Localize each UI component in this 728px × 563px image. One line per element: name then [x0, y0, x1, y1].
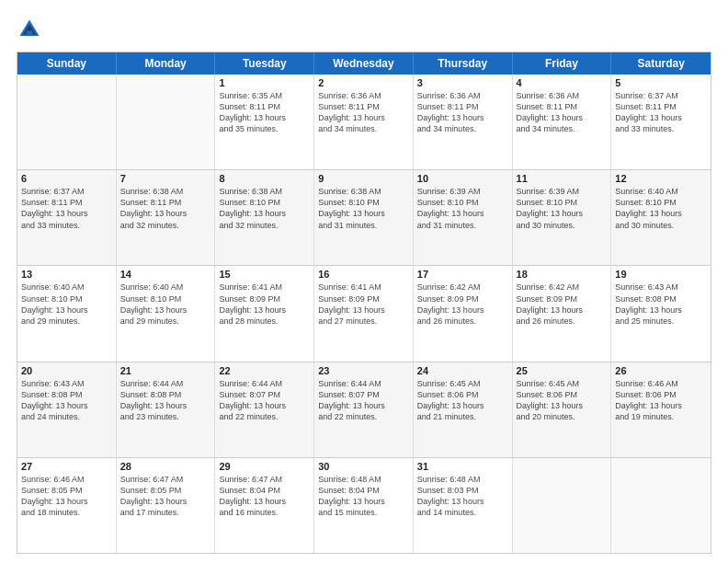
day-info: Sunrise: 6:44 AM Sunset: 8:07 PM Dayligh… [318, 378, 409, 423]
calendar-cell: 10Sunrise: 6:39 AM Sunset: 8:10 PM Dayli… [414, 170, 513, 265]
day-info: Sunrise: 6:46 AM Sunset: 8:06 PM Dayligh… [615, 378, 707, 423]
calendar-cell: 11Sunrise: 6:39 AM Sunset: 8:10 PM Dayli… [513, 170, 612, 265]
calendar-cell: 3Sunrise: 6:36 AM Sunset: 8:11 PM Daylig… [414, 75, 513, 169]
day-info: Sunrise: 6:36 AM Sunset: 8:11 PM Dayligh… [417, 90, 508, 135]
calendar-week: 1Sunrise: 6:35 AM Sunset: 8:11 PM Daylig… [17, 75, 711, 169]
day-info: Sunrise: 6:40 AM Sunset: 8:10 PM Dayligh… [120, 282, 211, 327]
calendar-cell [513, 458, 612, 553]
day-info: Sunrise: 6:46 AM Sunset: 8:05 PM Dayligh… [21, 474, 112, 519]
calendar-week: 6Sunrise: 6:37 AM Sunset: 8:11 PM Daylig… [17, 169, 711, 265]
day-info: Sunrise: 6:36 AM Sunset: 8:11 PM Dayligh… [318, 90, 409, 135]
day-info: Sunrise: 6:42 AM Sunset: 8:09 PM Dayligh… [417, 282, 508, 327]
day-number: 26 [615, 365, 707, 376]
day-info: Sunrise: 6:38 AM Sunset: 8:10 PM Dayligh… [219, 186, 310, 231]
calendar-cell: 28Sunrise: 6:47 AM Sunset: 8:05 PM Dayli… [117, 458, 216, 553]
day-number: 24 [417, 365, 508, 376]
day-number: 10 [417, 173, 508, 184]
day-number: 23 [318, 365, 409, 376]
weekday-header: Friday [513, 52, 612, 75]
calendar-week: 27Sunrise: 6:46 AM Sunset: 8:05 PM Dayli… [17, 457, 711, 553]
calendar-cell [117, 75, 216, 169]
calendar-cell: 24Sunrise: 6:45 AM Sunset: 8:06 PM Dayli… [414, 362, 513, 457]
day-number: 31 [417, 461, 508, 472]
day-number: 30 [318, 461, 409, 472]
weekday-header: Thursday [414, 52, 513, 75]
day-info: Sunrise: 6:43 AM Sunset: 8:08 PM Dayligh… [21, 378, 112, 423]
day-number: 19 [615, 269, 707, 280]
day-info: Sunrise: 6:44 AM Sunset: 8:07 PM Dayligh… [219, 378, 310, 423]
calendar-cell: 2Sunrise: 6:36 AM Sunset: 8:11 PM Daylig… [314, 75, 414, 169]
calendar-cell: 22Sunrise: 6:44 AM Sunset: 8:07 PM Dayli… [215, 362, 314, 457]
calendar-cell [611, 458, 711, 553]
day-info: Sunrise: 6:35 AM Sunset: 8:11 PM Dayligh… [219, 90, 310, 135]
day-number: 8 [219, 173, 310, 184]
day-info: Sunrise: 6:43 AM Sunset: 8:08 PM Dayligh… [615, 282, 707, 327]
calendar-cell: 15Sunrise: 6:41 AM Sunset: 8:09 PM Dayli… [215, 266, 314, 361]
weekday-header: Saturday [611, 52, 711, 75]
calendar-cell: 18Sunrise: 6:42 AM Sunset: 8:09 PM Dayli… [513, 266, 612, 361]
day-number: 27 [21, 461, 112, 472]
day-number: 15 [219, 269, 310, 280]
day-number: 20 [21, 365, 112, 376]
logo-icon [17, 17, 42, 42]
day-number: 11 [517, 173, 608, 184]
calendar-cell: 1Sunrise: 6:35 AM Sunset: 8:11 PM Daylig… [215, 75, 314, 169]
logo [17, 17, 46, 42]
day-number: 12 [615, 173, 707, 184]
day-number: 6 [21, 173, 112, 184]
day-info: Sunrise: 6:40 AM Sunset: 8:10 PM Dayligh… [21, 282, 112, 327]
day-info: Sunrise: 6:37 AM Sunset: 8:11 PM Dayligh… [615, 90, 707, 135]
day-info: Sunrise: 6:48 AM Sunset: 8:04 PM Dayligh… [318, 474, 409, 519]
day-number: 14 [120, 269, 211, 280]
day-info: Sunrise: 6:45 AM Sunset: 8:06 PM Dayligh… [517, 378, 608, 423]
day-number: 5 [615, 77, 707, 88]
calendar: SundayMondayTuesdayWednesdayThursdayFrid… [17, 52, 711, 554]
weekday-header: Sunday [17, 52, 117, 75]
calendar-cell: 5Sunrise: 6:37 AM Sunset: 8:11 PM Daylig… [611, 75, 711, 169]
day-info: Sunrise: 6:40 AM Sunset: 8:10 PM Dayligh… [615, 186, 707, 231]
day-number: 13 [21, 269, 112, 280]
calendar-body: 1Sunrise: 6:35 AM Sunset: 8:11 PM Daylig… [17, 75, 711, 553]
calendar-cell [17, 75, 117, 169]
day-info: Sunrise: 6:39 AM Sunset: 8:10 PM Dayligh… [517, 186, 608, 231]
day-info: Sunrise: 6:39 AM Sunset: 8:10 PM Dayligh… [417, 186, 508, 231]
day-info: Sunrise: 6:47 AM Sunset: 8:05 PM Dayligh… [120, 474, 211, 519]
day-info: Sunrise: 6:41 AM Sunset: 8:09 PM Dayligh… [318, 282, 409, 327]
day-info: Sunrise: 6:38 AM Sunset: 8:10 PM Dayligh… [318, 186, 409, 231]
svg-rect-2 [27, 30, 33, 36]
calendar-cell: 25Sunrise: 6:45 AM Sunset: 8:06 PM Dayli… [513, 362, 612, 457]
day-number: 3 [417, 77, 508, 88]
day-info: Sunrise: 6:44 AM Sunset: 8:08 PM Dayligh… [120, 378, 211, 423]
weekday-header: Monday [117, 52, 216, 75]
calendar-cell: 27Sunrise: 6:46 AM Sunset: 8:05 PM Dayli… [17, 458, 117, 553]
calendar-cell: 6Sunrise: 6:37 AM Sunset: 8:11 PM Daylig… [17, 170, 117, 265]
day-number: 25 [517, 365, 608, 376]
day-info: Sunrise: 6:42 AM Sunset: 8:09 PM Dayligh… [517, 282, 608, 327]
calendar-cell: 21Sunrise: 6:44 AM Sunset: 8:08 PM Dayli… [117, 362, 216, 457]
day-number: 22 [219, 365, 310, 376]
calendar-cell: 12Sunrise: 6:40 AM Sunset: 8:10 PM Dayli… [611, 170, 711, 265]
calendar-cell: 8Sunrise: 6:38 AM Sunset: 8:10 PM Daylig… [215, 170, 314, 265]
day-info: Sunrise: 6:41 AM Sunset: 8:09 PM Dayligh… [219, 282, 310, 327]
day-info: Sunrise: 6:36 AM Sunset: 8:11 PM Dayligh… [517, 90, 608, 135]
calendar-cell: 9Sunrise: 6:38 AM Sunset: 8:10 PM Daylig… [314, 170, 414, 265]
page: SundayMondayTuesdayWednesdayThursdayFrid… [0, 0, 728, 563]
day-number: 21 [120, 365, 211, 376]
weekday-header: Tuesday [215, 52, 314, 75]
day-info: Sunrise: 6:37 AM Sunset: 8:11 PM Dayligh… [21, 186, 112, 231]
day-number: 17 [417, 269, 508, 280]
calendar-cell: 16Sunrise: 6:41 AM Sunset: 8:09 PM Dayli… [314, 266, 414, 361]
calendar-header: SundayMondayTuesdayWednesdayThursdayFrid… [17, 52, 711, 75]
day-info: Sunrise: 6:48 AM Sunset: 8:03 PM Dayligh… [417, 474, 508, 519]
day-number: 16 [318, 269, 409, 280]
calendar-cell: 7Sunrise: 6:38 AM Sunset: 8:11 PM Daylig… [117, 170, 216, 265]
day-number: 28 [120, 461, 211, 472]
day-number: 9 [318, 173, 409, 184]
day-number: 4 [517, 77, 608, 88]
weekday-header: Wednesday [314, 52, 414, 75]
calendar-cell: 4Sunrise: 6:36 AM Sunset: 8:11 PM Daylig… [513, 75, 612, 169]
day-number: 18 [517, 269, 608, 280]
calendar-cell: 19Sunrise: 6:43 AM Sunset: 8:08 PM Dayli… [611, 266, 711, 361]
day-info: Sunrise: 6:38 AM Sunset: 8:11 PM Dayligh… [120, 186, 211, 231]
calendar-cell: 23Sunrise: 6:44 AM Sunset: 8:07 PM Dayli… [314, 362, 414, 457]
